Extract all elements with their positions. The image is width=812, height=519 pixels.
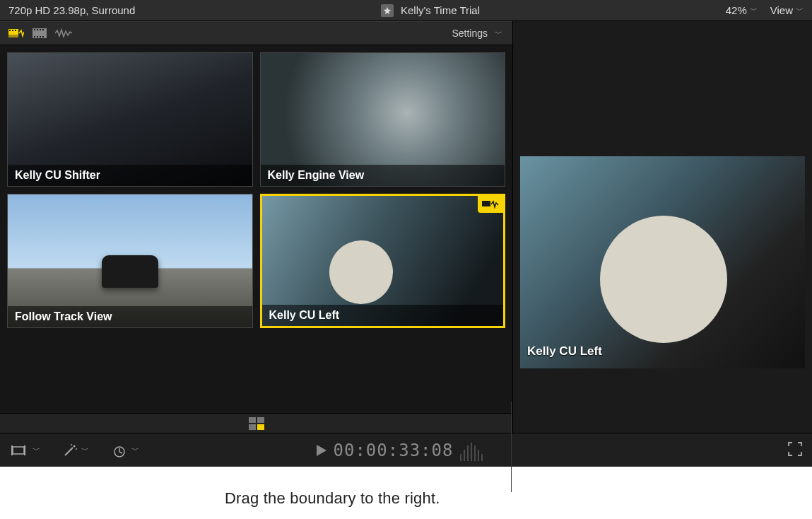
filmstrip-audio-icon[interactable] bbox=[7, 25, 25, 41]
angle-cell[interactable]: Follow Track View bbox=[7, 194, 253, 328]
filmstrip-icon[interactable] bbox=[31, 25, 48, 41]
settings-dropdown[interactable]: Settings ﹀ bbox=[452, 28, 505, 39]
chevron-down-icon: ﹀ bbox=[81, 445, 89, 455]
svg-rect-22 bbox=[24, 445, 25, 455]
chevron-down-icon: ﹀ bbox=[750, 5, 758, 16]
angle-cell[interactable]: Kelly Engine View bbox=[260, 52, 506, 187]
grid-layout-icon[interactable] bbox=[249, 417, 264, 430]
format-info: 720p HD 23.98p, Surround bbox=[8, 4, 135, 16]
angle-label: Kelly CU Left bbox=[262, 305, 504, 326]
angle-label: Kelly CU Shifter bbox=[8, 165, 252, 186]
active-video-audio-badge-icon bbox=[478, 196, 503, 213]
angle-cell[interactable]: Kelly CU Shifter bbox=[7, 52, 253, 187]
favorite-star-icon bbox=[381, 4, 394, 17]
chevron-down-icon: ﹀ bbox=[33, 445, 40, 455]
svg-rect-17 bbox=[257, 417, 264, 423]
view-dropdown[interactable]: View﹀ bbox=[770, 4, 804, 16]
project-title: Kelly's Time Trial bbox=[401, 4, 480, 16]
chevron-down-icon: ﹀ bbox=[796, 5, 804, 16]
svg-point-23 bbox=[73, 445, 76, 447]
audio-meter-icon bbox=[460, 440, 495, 461]
svg-rect-21 bbox=[11, 445, 13, 455]
annotation-text: Drag the boundary to the right. bbox=[225, 489, 440, 508]
chevron-down-icon: ﹀ bbox=[131, 445, 139, 455]
svg-rect-2 bbox=[8, 35, 18, 37]
svg-rect-15 bbox=[482, 201, 490, 206]
svg-rect-14 bbox=[42, 36, 44, 37]
svg-point-25 bbox=[71, 444, 72, 445]
svg-rect-5 bbox=[15, 30, 16, 31]
zoom-dropdown[interactable]: 42%﹀ bbox=[726, 4, 758, 16]
timecode-display: 00:00:33:08 bbox=[334, 441, 454, 460]
svg-rect-3 bbox=[9, 30, 11, 31]
chevron-down-icon: ﹀ bbox=[495, 28, 502, 39]
viewer-panel: Kelly CU Left bbox=[513, 21, 812, 433]
svg-rect-16 bbox=[249, 417, 256, 423]
svg-rect-4 bbox=[12, 30, 13, 31]
angle-label: Kelly Engine View bbox=[261, 165, 505, 186]
svg-rect-11 bbox=[34, 36, 35, 37]
viewer-frame: Kelly CU Left bbox=[520, 156, 805, 368]
angle-label: Follow Track View bbox=[8, 306, 252, 327]
svg-rect-9 bbox=[40, 29, 41, 30]
svg-point-24 bbox=[76, 448, 77, 450]
retime-speed-icon[interactable]: ﹀ bbox=[110, 443, 141, 458]
play-icon[interactable] bbox=[317, 441, 326, 460]
svg-rect-10 bbox=[42, 29, 44, 30]
svg-rect-8 bbox=[37, 29, 38, 30]
angle-grid: Kelly CU Shifter Kelly Engine View Follo… bbox=[0, 45, 512, 413]
trim-tool-icon[interactable]: ﹀ bbox=[10, 443, 42, 458]
fullscreen-icon[interactable] bbox=[788, 447, 802, 458]
svg-rect-7 bbox=[34, 29, 35, 30]
waveform-icon[interactable] bbox=[54, 25, 73, 41]
svg-rect-13 bbox=[40, 36, 41, 37]
svg-rect-18 bbox=[249, 424, 256, 430]
annotation-leader-line bbox=[511, 402, 512, 492]
viewer-clip-label: Kelly CU Left bbox=[527, 344, 602, 358]
svg-rect-19 bbox=[257, 424, 264, 430]
svg-rect-12 bbox=[37, 36, 38, 37]
enhance-wand-icon[interactable]: ﹀ bbox=[61, 443, 90, 458]
angle-cell-selected[interactable]: Kelly CU Left bbox=[260, 194, 506, 328]
svg-rect-20 bbox=[13, 447, 24, 454]
